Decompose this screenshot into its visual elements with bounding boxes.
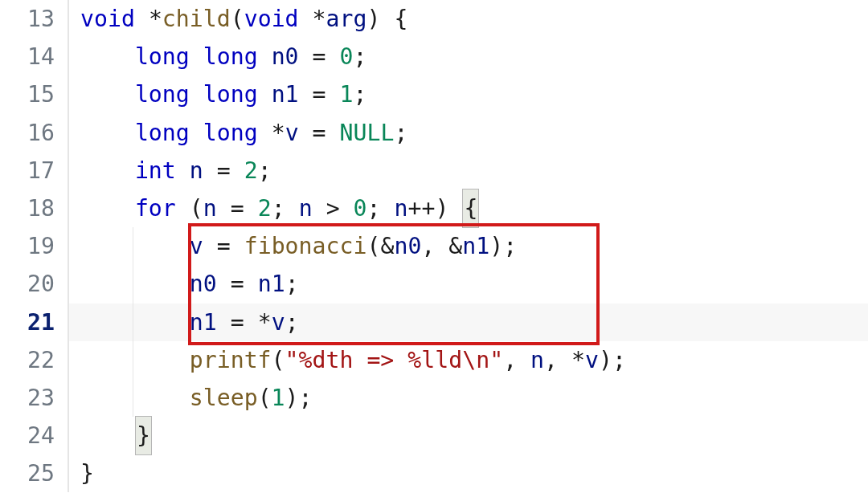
code-content[interactable]: }	[69, 454, 868, 492]
code-line[interactable]: 25}	[0, 454, 868, 492]
code-content[interactable]: v = fibonacci(&n0, &n1);	[69, 227, 868, 265]
code-line[interactable]: 24 }	[0, 417, 868, 454]
line-number: 17	[0, 152, 68, 189]
code-line[interactable]: 15 long long n1 = 1;	[0, 75, 868, 113]
line-number: 16	[0, 114, 68, 152]
indent-guide	[133, 265, 133, 303]
code-content[interactable]: n0 = n1;	[69, 265, 868, 303]
code-line[interactable]: 13void *child(void *arg) {	[0, 0, 868, 38]
code-line[interactable]: 22 printf("%dth => %lld\n", n, *v);	[0, 341, 868, 379]
code-content[interactable]: sleep(1);	[69, 379, 868, 417]
code-content[interactable]: long long n0 = 0;	[69, 38, 868, 75]
indent-guide	[133, 341, 133, 379]
line-number: 23	[0, 379, 68, 417]
code-content[interactable]: long long n1 = 1;	[69, 75, 868, 113]
code-line[interactable]: 23 sleep(1);	[0, 379, 868, 417]
line-number: 18	[0, 189, 68, 227]
indent-guide	[133, 379, 133, 417]
line-number: 19	[0, 227, 68, 265]
code-line[interactable]: 18 for (n = 2; n > 0; n++) {	[0, 189, 868, 227]
line-number: 22	[0, 341, 68, 379]
line-number: 15	[0, 75, 68, 113]
code-line[interactable]: 17 int n = 2;	[0, 152, 868, 189]
line-number: 24	[0, 417, 68, 454]
code-content[interactable]: for (n = 2; n > 0; n++) {	[69, 189, 868, 227]
indent-guide	[133, 304, 133, 341]
line-number: 25	[0, 454, 68, 492]
code-editor[interactable]: 13void *child(void *arg) {14 long long n…	[0, 0, 868, 492]
code-content[interactable]: n1 = *v;	[69, 304, 868, 341]
code-line[interactable]: 14 long long n0 = 0;	[0, 38, 868, 75]
code-content[interactable]: void *child(void *arg) {	[69, 0, 868, 38]
code-line[interactable]: 21 n1 = *v;	[0, 304, 868, 341]
line-number: 13	[0, 0, 68, 38]
code-line[interactable]: 16 long long *v = NULL;	[0, 114, 868, 152]
line-number: 20	[0, 265, 68, 303]
line-number: 14	[0, 38, 68, 75]
code-line[interactable]: 19 v = fibonacci(&n0, &n1);	[0, 227, 868, 265]
code-content[interactable]: long long *v = NULL;	[69, 114, 868, 152]
indent-guide	[133, 227, 133, 265]
code-content[interactable]: int n = 2;	[69, 152, 868, 189]
code-content[interactable]: }	[69, 417, 868, 454]
code-content[interactable]: printf("%dth => %lld\n", n, *v);	[69, 341, 868, 379]
code-line[interactable]: 20 n0 = n1;	[0, 265, 868, 303]
line-number: 21	[0, 304, 68, 341]
